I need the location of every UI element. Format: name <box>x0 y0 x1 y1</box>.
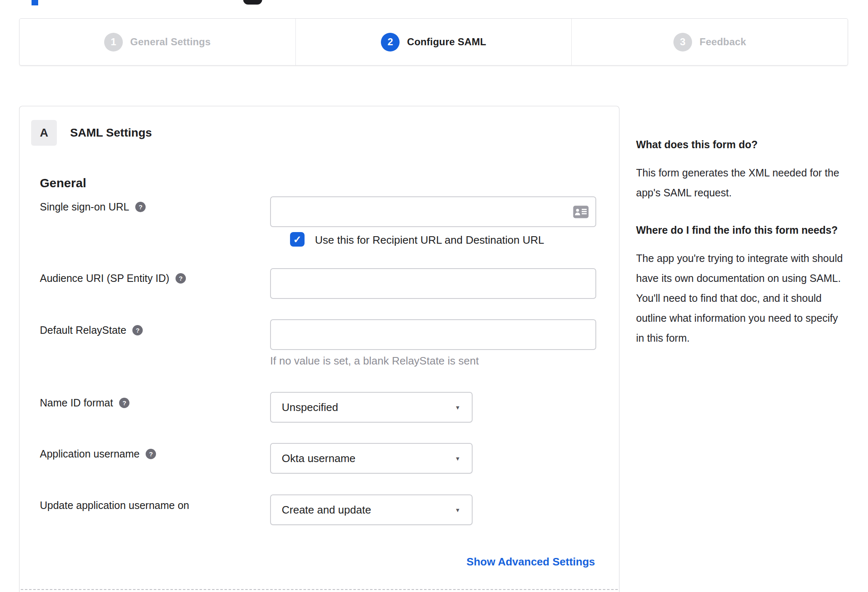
single-sign-on-url-label: Single sign-on URL ? <box>40 201 146 213</box>
step-label: General Settings <box>130 36 211 48</box>
question-glyph: ? <box>139 203 142 210</box>
step-number-badge: 3 <box>673 33 692 51</box>
select-value: Okta username <box>282 452 356 465</box>
question-glyph: ? <box>122 399 126 406</box>
help-sidebar: What does this form do? This form genera… <box>636 135 848 348</box>
default-relaystate-input[interactable] <box>270 319 596 350</box>
recipient-url-checkbox[interactable]: ✓ <box>290 232 305 247</box>
recipient-url-checkbox-label: Use this for Recipient URL and Destinati… <box>315 234 544 247</box>
field-label: Audience URI (SP Entity ID) <box>40 272 169 284</box>
select-value: Unspecified <box>282 401 338 414</box>
update-username-on-label: Update application username on <box>40 499 189 511</box>
name-id-format-label: Name ID format ? <box>40 397 129 409</box>
help-body: This form generates the XML needed for t… <box>636 163 848 203</box>
relaystate-hint: If no value is set, a blank RelayState i… <box>270 355 479 367</box>
section-title: SAML Settings <box>70 126 152 139</box>
step-label: Configure SAML <box>407 36 486 48</box>
wizard-stepper: 1 General Settings 2 Configure SAML 3 Fe… <box>19 18 848 66</box>
step-general-settings[interactable]: 1 General Settings <box>20 19 295 65</box>
help-icon[interactable]: ? <box>176 273 186 284</box>
step-feedback: 3 Feedback <box>571 19 848 65</box>
name-id-format-select[interactable]: Unspecified ▾ <box>270 392 473 423</box>
saml-settings-panel: A SAML Settings General Single sign-on U… <box>19 106 619 592</box>
help-icon[interactable]: ? <box>135 202 146 212</box>
chevron-down-icon: ▾ <box>456 404 462 411</box>
step-number-badge: 1 <box>104 33 123 51</box>
help-heading: What does this form do? <box>636 135 848 154</box>
contact-card-icon[interactable] <box>573 205 589 218</box>
help-body: The app you're trying to integrate with … <box>636 248 848 348</box>
configure-saml-page: 1 General Settings 2 Configure SAML 3 Fe… <box>0 0 868 592</box>
question-glyph: ? <box>179 275 183 282</box>
help-icon[interactable]: ? <box>146 449 156 459</box>
help-icon[interactable]: ? <box>132 325 143 335</box>
audience-uri-input[interactable] <box>270 268 596 299</box>
application-username-select[interactable]: Okta username ▾ <box>270 443 473 474</box>
help-icon[interactable]: ? <box>119 398 129 408</box>
single-sign-on-url-input[interactable] <box>270 196 596 227</box>
section-a-badge: A <box>31 120 57 146</box>
chevron-down-icon: ▾ <box>456 455 462 462</box>
field-label: Single sign-on URL <box>40 201 129 213</box>
section-divider <box>21 589 618 590</box>
application-username-label: Application username ? <box>40 448 156 460</box>
chevron-down-icon: ▾ <box>456 506 462 514</box>
help-section-what: What does this form do? This form genera… <box>636 135 848 203</box>
cutoff-title-fragment <box>32 0 38 5</box>
update-username-on-select[interactable]: Create and update ▾ <box>270 494 473 525</box>
step-label: Feedback <box>700 36 746 48</box>
step-configure-saml[interactable]: 2 Configure SAML <box>295 19 572 65</box>
question-glyph: ? <box>149 450 153 457</box>
help-section-where: Where do I find the info this form needs… <box>636 221 848 348</box>
show-advanced-settings-link[interactable]: Show Advanced Settings <box>466 555 595 568</box>
field-label: Default RelayState <box>40 324 126 336</box>
default-relaystate-label: Default RelayState ? <box>40 324 143 336</box>
question-glyph: ? <box>136 327 139 334</box>
general-group-title: General <box>40 176 86 190</box>
step-number-badge: 2 <box>381 33 400 51</box>
checkmark-icon: ✓ <box>293 234 301 245</box>
field-label: Update application username on <box>40 499 189 511</box>
field-label: Application username <box>40 448 139 460</box>
help-heading: Where do I find the info this form needs… <box>636 221 848 239</box>
audience-uri-label: Audience URI (SP Entity ID) ? <box>40 272 186 284</box>
field-label: Name ID format <box>40 397 113 409</box>
select-value: Create and update <box>282 504 371 516</box>
cutoff-lock-icon <box>243 0 262 5</box>
